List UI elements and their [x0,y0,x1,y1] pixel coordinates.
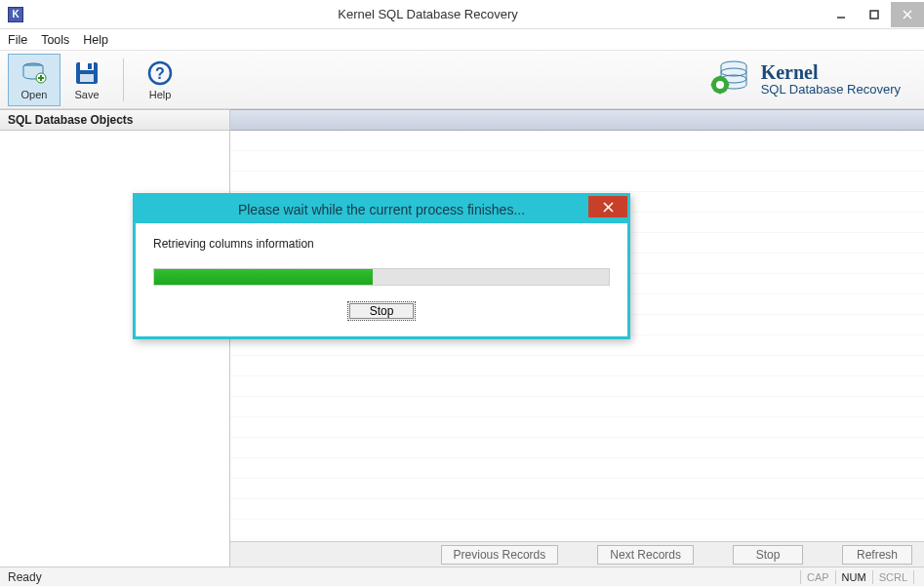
window-controls [824,2,924,27]
sidebar-header: SQL Database Objects [0,109,229,131]
save-button[interactable]: Save [60,54,113,106]
open-button[interactable]: Open [8,54,60,106]
menu-tools[interactable]: Tools [41,33,69,47]
dialog-body: Retrieving columns information Stop [136,223,627,336]
toolbar: Open Save ? Help Kernel SQL Database Rec… [0,51,924,109]
brand-sub: SQL Database Recovery [761,83,901,97]
dialog-stop-button[interactable]: Stop [347,301,417,321]
maximize-button[interactable] [858,2,891,27]
title-bar: K Kernel SQL Database Recovery [0,0,924,29]
progress-fill [154,269,373,285]
menu-file[interactable]: File [8,33,27,47]
brand-text: Kernel SQL Database Recovery [761,61,901,97]
brand-icon [708,58,751,102]
toolbar-separator [123,59,124,101]
grid-header [230,109,924,131]
help-label: Help [149,89,172,100]
svg-rect-10 [80,74,94,82]
dialog-close-button[interactable] [588,196,627,217]
dialog-title-text: Please wait while the current process fi… [238,202,525,217]
svg-rect-1 [870,11,878,19]
dialog-message: Retrieving columns information [153,237,610,251]
save-label: Save [74,89,99,100]
window-title: Kernel SQL Database Recovery [31,7,824,21]
minimize-button[interactable] [824,2,858,27]
stop-button[interactable]: Stop [733,545,803,565]
open-icon [20,59,49,87]
close-button[interactable] [891,2,924,27]
num-indicator: NUM [838,571,870,583]
progress-bar [153,268,610,286]
status-text: Ready [8,570,42,584]
help-button[interactable]: ? Help [134,54,186,106]
refresh-button[interactable]: Refresh [842,545,912,565]
help-icon: ? [145,59,175,87]
brand: Kernel SQL Database Recovery [708,58,916,102]
dialog-titlebar: Please wait while the current process fi… [136,196,627,223]
save-icon [72,59,101,87]
cap-indicator: CAP [803,571,833,583]
svg-text:?: ? [155,65,165,82]
brand-name: Kernel [761,61,901,83]
svg-point-18 [716,81,724,89]
app-icon: K [8,7,23,22]
bottom-bar: Previous Records Next Records Stop Refre… [230,541,924,566]
menu-help[interactable]: Help [83,33,108,47]
scrl-indicator: SCRL [875,571,911,583]
svg-rect-11 [88,63,92,69]
progress-dialog: Please wait while the current process fi… [133,193,630,339]
status-bar: Ready CAP NUM SCRL [0,566,924,586]
open-label: Open [21,89,48,100]
next-records-button[interactable]: Next Records [597,545,694,565]
menu-bar: File Tools Help [0,29,924,51]
previous-records-button[interactable]: Previous Records [441,545,559,565]
